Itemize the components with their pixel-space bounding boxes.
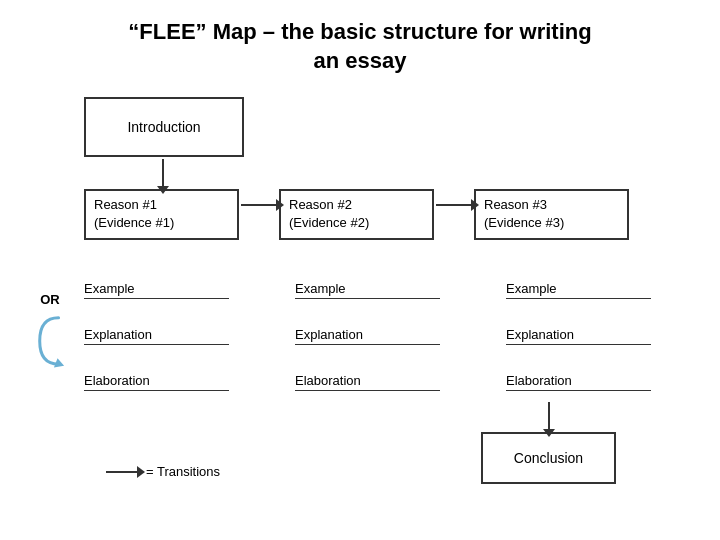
column-1: Example Explanation Elaboration (84, 277, 239, 393)
example-2-row: Example (295, 277, 450, 299)
arrow-right-2 (436, 204, 472, 206)
reason-2-block: Reason #2 (Evidence #2) (279, 189, 434, 239)
explanation-2-label: Explanation (295, 323, 440, 345)
conclusion-label: Conclusion (514, 450, 583, 466)
column-2: Example Explanation Elaboration (295, 277, 450, 393)
or-label: OR (40, 292, 60, 307)
transitions-text: = Transitions (146, 464, 220, 479)
transitions-legend: = Transitions (106, 464, 220, 479)
reason-3-label: Reason #3 (484, 196, 619, 214)
explanation-1-label: Explanation (84, 323, 229, 345)
reason-2-box: Reason #2 (Evidence #2) (279, 189, 434, 239)
page-title: “FLEE” Map – the basic structure for wri… (24, 18, 696, 75)
items-section: Example Explanation Elaboration Example … (84, 277, 661, 393)
reason-1-sublabel: (Evidence #1) (94, 214, 229, 232)
example-1-row: Example (84, 277, 239, 299)
arrow-intro-down (162, 159, 164, 187)
elaboration-1-row: Elaboration (84, 369, 239, 391)
reason-3-block: Reason #3 (Evidence #3) (474, 189, 629, 239)
reason-3-box: Reason #3 (Evidence #3) (474, 189, 629, 239)
arrow-right-1 (241, 204, 277, 206)
elaboration-1-label: Elaboration (84, 369, 229, 391)
example-1-label: Example (84, 277, 229, 299)
explanation-2-row: Explanation (295, 323, 450, 345)
example-2-label: Example (295, 277, 440, 299)
reason-1-label: Reason #1 (94, 196, 229, 214)
elaboration-3-label: Elaboration (506, 369, 651, 391)
elaboration-3-row: Elaboration (506, 369, 661, 391)
or-section: OR (34, 292, 66, 371)
explanation-3-row: Explanation (506, 323, 661, 345)
reasons-row: Reason #1 (Evidence #1) Reason #2 (Evide… (84, 189, 629, 239)
example-3-label: Example (506, 277, 651, 299)
transition-arrow-icon (106, 471, 138, 473)
reason-1-block: Reason #1 (Evidence #1) (84, 189, 239, 239)
explanation-3-label: Explanation (506, 323, 651, 345)
reason-2-sublabel: (Evidence #2) (289, 214, 424, 232)
elaboration-2-row: Elaboration (295, 369, 450, 391)
elaboration-2-label: Elaboration (295, 369, 440, 391)
circular-arrow-icon (34, 311, 66, 371)
reason-2-label: Reason #2 (289, 196, 424, 214)
arrow-conclusion-down (548, 402, 550, 430)
conclusion-box: Conclusion (481, 432, 616, 484)
intro-box: Introduction (84, 97, 244, 157)
reason-1-box: Reason #1 (Evidence #1) (84, 189, 239, 239)
page: “FLEE” Map – the basic structure for wri… (0, 0, 720, 540)
diagram: Introduction OR Reason #1 (Evidence #1) (24, 97, 696, 497)
example-3-row: Example (506, 277, 661, 299)
column-3: Example Explanation Elaboration (506, 277, 661, 393)
explanation-1-row: Explanation (84, 323, 239, 345)
intro-label: Introduction (127, 119, 200, 135)
reason-3-sublabel: (Evidence #3) (484, 214, 619, 232)
